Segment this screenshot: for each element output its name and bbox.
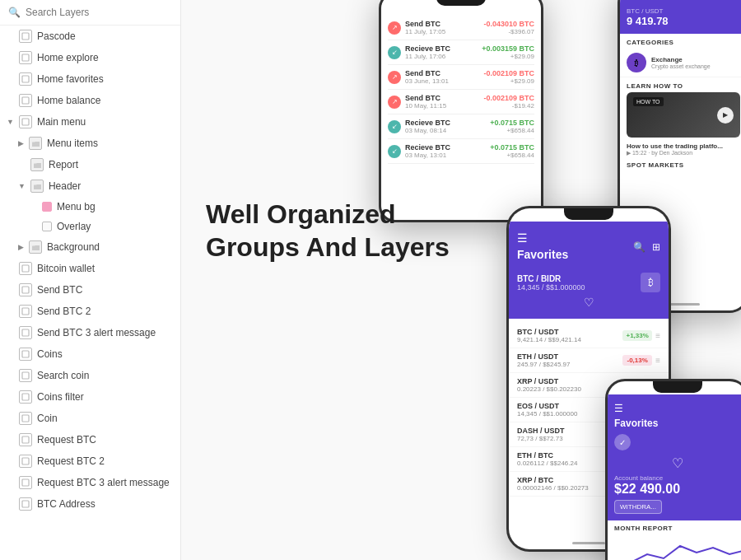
layer-item-report[interactable]: Report [0, 154, 180, 175]
tx-usd: +$658.44 [490, 152, 534, 159]
phone2-header: ☰ Favorites 🔍 ⊞ [509, 222, 669, 273]
tx-date: 03 May, 08:14 [405, 127, 450, 134]
svg-rect-1 [22, 54, 29, 61]
search-icon-2[interactable]: 🔍 [633, 241, 645, 253]
layer-label: Main menu [37, 116, 86, 128]
layer-label: Send BTC [37, 284, 82, 296]
tx-title: Send BTC [405, 94, 446, 102]
p4-header: ☰ Favorites ✓ ♡ Account balance $22 490.… [608, 394, 741, 520]
p3-spot-title: SPOT MARKETS [620, 156, 741, 171]
coin-pair: XRP / USDT [517, 377, 581, 385]
layer-item-header[interactable]: ▼Header [0, 175, 180, 197]
layer-label: Background [47, 241, 100, 253]
layer-item-home-explore[interactable]: Home explore [0, 47, 180, 68]
layer-label: Send BTC 3 alert message [37, 327, 156, 338]
layer-item-menu-bg[interactable]: Menu bg [0, 197, 180, 217]
layer-item-request-btc-2[interactable]: Request BTC 2 [0, 450, 180, 472]
layer-item-background[interactable]: ▶Background [0, 236, 180, 258]
layer-item-search-coin[interactable]: Search coin [0, 365, 180, 386]
p3-category-item[interactable]: ₿ Exchange Crypto asset exchange [620, 49, 741, 77]
layer-label: Send BTC 2 [37, 306, 91, 317]
coin-row[interactable]: ETH / USDT 245.97 / $$245.97 -0,13% ≡ [509, 348, 669, 373]
screen-icon [19, 51, 32, 64]
layer-item-home-balance[interactable]: Home balance [0, 90, 180, 111]
p4-balance: $22 490.00 [614, 482, 740, 497]
transaction-item: ↗ Send BTC 10 May, 11:15 -0.002109 BTC -… [388, 90, 534, 114]
layer-item-pascode[interactable]: Pascode [0, 26, 180, 47]
screen-icon [19, 433, 32, 446]
phone-frame-1: ↗ Send BTC 11 July, 17:05 -0.043010 BTC … [379, 0, 543, 222]
tx-date: 11 July, 17:06 [405, 53, 450, 60]
layer-label: Report [49, 159, 78, 170]
layer-label: BTC Address [37, 498, 96, 510]
layer-label: Home explore [37, 52, 99, 63]
coin-row[interactable]: BTC / USDT 9,421.14 / $$9,421.14 +1,33% … [509, 324, 669, 348]
coin-menu-icon[interactable]: ≡ [655, 356, 660, 365]
layer-item-send-btc-2[interactable]: Send BTC 2 [0, 301, 180, 322]
layer-label: Coin [37, 413, 58, 424]
main-content: Well Organized Groups And Layers ↗ Send … [181, 0, 741, 560]
coin-menu-icon[interactable]: ≡ [655, 331, 660, 340]
wallet-icon: ₿ [641, 273, 660, 292]
screen-icon [19, 412, 32, 425]
layer-item-main-menu[interactable]: ▼Main menu [0, 111, 180, 133]
qr-icon[interactable]: ⊞ [652, 241, 660, 253]
layer-item-send-btc[interactable]: Send BTC [0, 279, 180, 301]
video-title: How to use the trading platfo... [627, 142, 740, 150]
p4-withdraw-button[interactable]: WITHDRA... [614, 500, 662, 514]
layer-item-coin[interactable]: Coin [0, 408, 180, 429]
folder-icon [29, 137, 42, 150]
layer-label: Home favorites [37, 73, 104, 85]
tx-date: 03 May, 13:01 [405, 152, 450, 159]
layer-item-menu-items[interactable]: ▶Menu items [0, 133, 180, 154]
heart-icon[interactable]: ♡ [517, 296, 660, 309]
video-thumbnail[interactable]: HOW TO ▶ [627, 92, 740, 138]
svg-rect-14 [22, 372, 29, 379]
layer-item-request-btc[interactable]: Request BTC [0, 429, 180, 450]
screen-icon [19, 497, 32, 511]
coin-change: -0,13% [622, 355, 652, 366]
video-label: How to use the trading platfo... ▶ 15:22… [620, 142, 741, 156]
layer-item-coins-filter[interactable]: Coins filter [0, 386, 180, 408]
layer-item-coins[interactable]: Coins [0, 343, 180, 365]
layer-item-bitcoin-wallet[interactable]: Bitcoin wallet [0, 258, 180, 279]
search-input[interactable] [26, 7, 172, 18]
tx-title: Recieve BTC [405, 119, 450, 127]
phone2-title: Favorites [517, 248, 568, 261]
tx-btc: -0.002109 BTC [483, 94, 534, 102]
notch-2 [564, 208, 613, 220]
layer-item-btc-address[interactable]: BTC Address [0, 493, 180, 515]
tx-usd: +$29.09 [482, 53, 534, 60]
cat-info: Exchange Crypto asset exchange [651, 56, 711, 69]
layer-item-send-btc-3-alert-message[interactable]: Send BTC 3 alert message [0, 322, 180, 343]
svg-rect-18 [22, 458, 29, 464]
layer-item-request-btc-3-alert-message[interactable]: Request BTC 3 alert message [0, 472, 180, 493]
coin-price: 0.00002146 / $$0.20273 [517, 484, 589, 492]
transaction-item: ↗ Send BTC 11 July, 17:05 -0.043010 BTC … [388, 16, 534, 40]
phone-bitcoin-wallet: ↗ Send BTC 11 July, 17:05 -0.043010 BTC … [379, 0, 543, 222]
phone-screen-4: ☰ Favorites ✓ ♡ Account balance $22 490.… [608, 381, 741, 560]
search-bar[interactable]: 🔍 [0, 0, 180, 26]
screen-icon [19, 369, 32, 382]
layer-label: Overlay [57, 221, 91, 232]
screen-icon [19, 326, 32, 339]
coin-pair: ETH / USDT [517, 352, 571, 361]
screen-icon [19, 115, 32, 128]
play-button[interactable]: ▶ [717, 107, 734, 124]
transaction-list: ↗ Send BTC 11 July, 17:05 -0.043010 BTC … [388, 16, 534, 164]
phone-balance: ☰ Favorites ✓ ♡ Account balance $22 490.… [605, 379, 741, 560]
screen-icon [19, 72, 32, 86]
screen-icon [19, 262, 32, 275]
svg-rect-3 [22, 97, 29, 104]
layer-item-home-favorites[interactable]: Home favorites [0, 68, 180, 90]
screen-icon [19, 30, 32, 43]
phone-frame-4: ☰ Favorites ✓ ♡ Account balance $22 490.… [605, 379, 741, 560]
svg-rect-20 [22, 501, 29, 507]
screen-icon [19, 348, 32, 361]
layer-item-overlay[interactable]: Overlay [0, 217, 180, 236]
p3-categories-title: CATEGORIES [620, 34, 741, 49]
tx-date: 10 May, 11:15 [405, 102, 446, 110]
layer-label: Request BTC [37, 434, 96, 446]
p4-chart: 📅 December [608, 534, 741, 560]
layer-label: Request BTC 3 alert message [37, 477, 170, 488]
